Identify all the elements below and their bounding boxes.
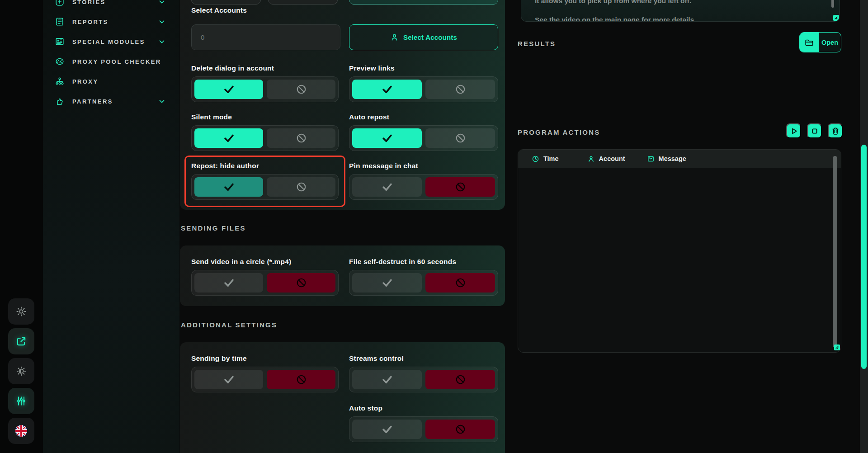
special-modules-icon [55, 37, 65, 47]
toggle-yes-option[interactable] [352, 80, 422, 99]
gauge-icon [55, 57, 65, 66]
select-accounts-button-label: Select Accounts [403, 33, 457, 41]
sending-files-section-title: SENDING FILES [181, 224, 246, 232]
toggle-label: Preview links [349, 64, 498, 72]
select-accounts-label: Select Accounts [191, 6, 247, 14]
table-header-row: Time Account Message [518, 150, 841, 168]
toggle-label: Auto stop [349, 404, 498, 412]
toggle-label: Streams control [349, 354, 498, 363]
chevron-down-icon [158, 18, 166, 26]
sidebar-item-partners[interactable]: PARTNERS [43, 91, 179, 111]
toggle-no-option[interactable] [425, 177, 495, 197]
toggle-yes-option[interactable] [194, 273, 263, 293]
play-icon [789, 127, 798, 136]
toggle-no-option[interactable] [425, 273, 495, 293]
toggle-no-option[interactable] [425, 128, 495, 148]
toggle-pin-message: Pin message in chat [349, 162, 498, 200]
cropped-button[interactable] [349, 0, 498, 5]
column-header-account[interactable]: Account [587, 155, 625, 163]
chevron-down-icon [158, 38, 166, 46]
program-actions-section-title: PROGRAM ACTIONS [518, 128, 600, 136]
sidebar-item-special-modules[interactable]: SPECIAL MODULES [43, 32, 179, 52]
toggle-yes-option[interactable] [194, 80, 263, 99]
start-button[interactable] [786, 123, 801, 138]
user-icon [587, 155, 595, 163]
sidebar-item-label: SPECIAL MODULES [72, 38, 145, 45]
table-scrollbar-thumb[interactable] [833, 156, 837, 348]
info-scrollbar-track[interactable] [831, 0, 834, 8]
message-icon [647, 155, 655, 163]
toggle-no-option[interactable] [425, 80, 495, 99]
resize-grip-icon[interactable] [834, 344, 840, 350]
sidebar-item-label: PARTNERS [72, 98, 113, 105]
info-text-line: See the video on the main page for more … [535, 16, 696, 22]
icon-rail [0, 0, 43, 453]
toggle-yes-option[interactable] [194, 370, 263, 389]
network-icon [55, 76, 65, 86]
clear-button[interactable] [828, 123, 843, 138]
toggle-no-option[interactable] [267, 273, 335, 293]
settings-button[interactable] [8, 298, 34, 325]
toggle-no-option[interactable] [425, 420, 495, 439]
info-textarea[interactable]: It allows you to pick up from where you … [521, 0, 840, 22]
toggle-delete-dialog: Delete dialog in account [191, 64, 339, 102]
toggle-no-option[interactable] [267, 80, 335, 99]
external-window-button[interactable] [8, 328, 34, 354]
column-header-time[interactable]: Time [532, 155, 559, 163]
toggle-label: File self-destruct in 60 seconds [349, 258, 498, 266]
brightness-icon [15, 365, 27, 377]
toggle-yes-option[interactable] [352, 128, 422, 148]
toggle-yes-option[interactable] [352, 273, 422, 293]
gear-icon [15, 306, 27, 317]
column-header-label: Message [659, 155, 686, 162]
toggle-yes-option[interactable] [352, 177, 422, 197]
app-window: STORIES REPORTS [0, 0, 868, 453]
sidebar-item-stories[interactable]: STORIES [43, 0, 179, 12]
toggle-repost-hide-author: Repost: hide author [191, 162, 339, 200]
toggle-send-video-circle: Send video in a circle (*.mp4) [191, 258, 339, 296]
select-accounts-button[interactable]: Select Accounts [349, 24, 498, 50]
clock-icon [532, 155, 539, 163]
toggle-sending-by-time: Sending by time [191, 354, 339, 392]
sidebar-item-proxy[interactable]: PROXY [43, 71, 179, 91]
toggle-yes-option[interactable] [352, 420, 422, 439]
toggle-yes-option[interactable] [194, 177, 263, 197]
sidebar-item-reports[interactable]: REPORTS [43, 12, 179, 32]
cropped-input[interactable] [268, 0, 338, 5]
toggle-control [191, 76, 339, 102]
message-settings-card: Select Accounts Select Accounts Delete d… [180, 0, 505, 210]
toggle-yes-option[interactable] [194, 128, 263, 148]
stop-button[interactable] [807, 123, 822, 138]
column-header-message[interactable]: Message [647, 155, 686, 163]
open-results-button[interactable]: Open [799, 32, 841, 52]
info-text-line: It allows you to pick up from where you … [535, 0, 691, 5]
uk-flag-icon [14, 424, 28, 438]
thumbs-up-icon [55, 96, 65, 106]
toggle-label: Silent mode [191, 113, 339, 121]
resize-grip-icon[interactable] [833, 15, 839, 21]
language-button[interactable] [8, 418, 34, 444]
toggle-control [191, 270, 339, 296]
cropped-input[interactable] [191, 0, 261, 5]
sidebar-item-proxy-pool-checker[interactable]: PROXY POOL CHECKER [43, 52, 179, 71]
toggle-yes-option[interactable] [352, 370, 422, 389]
toggle-label: Pin message in chat [349, 162, 498, 170]
page-scrollbar-thumb[interactable] [861, 145, 867, 369]
sidebar-item-label: PROXY POOL CHECKER [72, 58, 161, 65]
stop-icon [810, 127, 819, 136]
preferences-button[interactable] [8, 388, 34, 414]
toggle-auto-repost: Auto repost [349, 113, 498, 151]
toggle-no-option[interactable] [267, 177, 335, 197]
toggle-streams-control: Streams control [349, 354, 498, 392]
selected-accounts-count-input[interactable] [191, 24, 340, 50]
toggle-no-option[interactable] [425, 370, 495, 389]
page-scrollbar-track[interactable] [860, 0, 868, 453]
chevron-down-icon [158, 0, 166, 6]
toggle-auto-stop: Auto stop [349, 404, 498, 442]
toggle-label: Send video in a circle (*.mp4) [191, 258, 339, 266]
theme-button[interactable] [8, 358, 34, 384]
toggle-no-option[interactable] [267, 370, 335, 389]
toggle-no-option[interactable] [267, 128, 335, 148]
equalizer-icon [15, 395, 27, 407]
toggle-control [191, 367, 339, 392]
